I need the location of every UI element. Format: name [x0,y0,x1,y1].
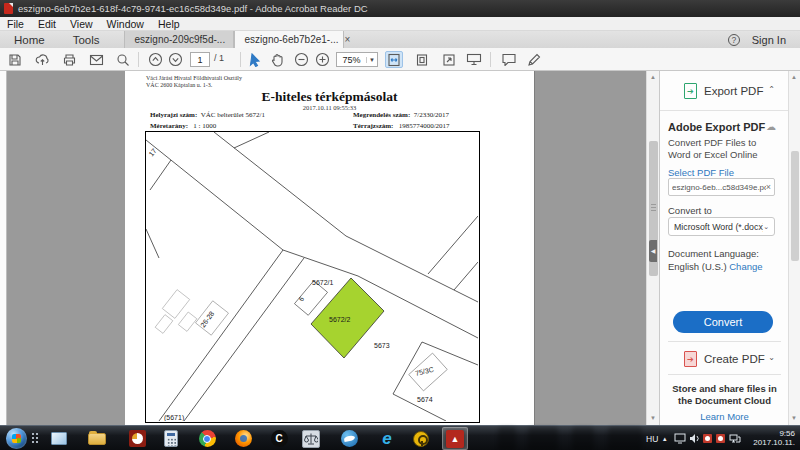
learn-more-link[interactable]: Learn More [668,411,781,422]
building-outline [155,315,173,334]
chevron-down-icon: ⌄ [763,223,769,231]
calculator-icon [164,430,178,447]
taskbar-key-app[interactable] [408,427,434,450]
tray-show-hidden-icon[interactable]: ▴ [663,426,667,450]
tray-network-icon[interactable] [729,426,741,450]
doc-tab-2-active[interactable]: eszigno-6eb7b2e1-... × [234,31,344,48]
tray-alert-icon-2[interactable] [716,426,725,450]
tab-home[interactable]: Home [0,31,59,48]
tab-tools[interactable]: Tools [59,31,114,48]
speech-bubble-icon [501,53,517,66]
start-button[interactable] [6,428,27,449]
parcel-label-5671: (5671) [164,414,184,421]
tray-display-icon[interactable] [674,426,686,450]
comment-button[interactable] [500,51,518,68]
email-button[interactable] [87,51,105,68]
field-meretarany: Méretarány: 1 : 1000 [150,122,216,130]
quick-launch-handle[interactable] [31,432,39,445]
read-mode-button[interactable] [465,51,483,68]
select-pdf-file-link[interactable]: Select PDF File [668,167,734,178]
branch-road-edge-west [159,250,283,421]
page-up-icon [148,52,163,67]
windows-logo-icon [12,434,21,443]
menubar: File Edit View Window Help [0,17,800,31]
scroll-down-icon[interactable]: ▼ [791,415,798,422]
print-button[interactable] [60,51,78,68]
fit-page-button[interactable] [413,51,431,68]
zoom-in-button[interactable] [313,51,331,68]
menu-window[interactable]: Window [100,18,151,30]
tab-close-icon[interactable]: × [345,34,351,45]
sign-in-button[interactable]: Sign In [752,34,786,46]
envelope-icon [89,54,104,66]
convert-button[interactable]: Convert [673,311,773,333]
menu-help[interactable]: Help [151,18,187,30]
save-button[interactable] [6,51,24,68]
taskbar-explorer[interactable] [84,427,110,450]
taskbar-desktop-app[interactable] [46,427,72,450]
export-pdf-header[interactable]: Export PDF ⌃ [660,71,789,111]
tray-clock[interactable]: 9:56 2017.10.11. [753,429,795,447]
search-button[interactable] [114,51,132,68]
fit-width-button[interactable] [385,51,403,68]
taskbar-thunderbird[interactable] [336,427,362,450]
share-cloud-button[interactable] [33,51,51,68]
left-panel-rail[interactable] [0,71,7,425]
zoom-level-select[interactable]: 75% ▼ [336,52,378,67]
actual-size-icon [442,53,456,67]
hand-tool-button[interactable] [268,51,286,68]
actual-size-button[interactable] [440,51,458,68]
zoom-out-button[interactable] [292,51,310,68]
sidebar-scrollbar[interactable]: ▲ ▼ [788,71,800,425]
doc-tab-1[interactable]: eszigno-209c9f5d-... [124,31,234,48]
sidebar-collapse-handle[interactable]: ◀ [649,240,657,262]
c-app-icon: C [271,430,288,447]
taskbar-ie[interactable]: e [374,427,400,450]
chevron-down-icon[interactable]: ⌄ [768,353,775,362]
parcel-label-5672-2: 5672/2 [329,316,351,323]
parcel-line [234,132,269,148]
tray-language-indicator[interactable]: HU [646,426,658,450]
screen: eszigno-6eb7b2e1-618f-4c79-9741-ec16c58d… [0,0,800,450]
taskbar-adobe-reader-active[interactable]: ▲ [442,427,468,450]
select-tool-button[interactable] [246,51,264,68]
page-down-icon [168,52,183,67]
next-page-button[interactable] [166,51,184,68]
scroll-down-icon[interactable]: ▼ [650,415,657,422]
taskbar-firefox[interactable] [230,427,256,450]
create-pdf-header[interactable]: Create PDF ⌄ [660,347,789,373]
create-pdf-label: Create PDF [704,353,765,365]
menu-file[interactable]: File [0,18,31,30]
fill-sign-button[interactable] [525,51,543,68]
scroll-up-icon[interactable]: ▲ [650,74,657,81]
help-icon[interactable]: ? [728,34,740,46]
building-outline [178,312,197,331]
previous-page-button[interactable] [146,51,164,68]
taskbar-chrome[interactable] [194,427,220,450]
taskbar-scales-app[interactable] [298,427,324,450]
office-name-line1: Váci Járási Hivatal Földhivatali Osztály [146,75,242,81]
document-area: Váci Járási Hivatal Földhivatali Osztály… [7,71,646,425]
field-megrendeles: Megrendelés szám: 7/2330/2017 [353,111,449,119]
menu-edit[interactable]: Edit [31,18,63,30]
helyrajzi-label: Helyrajzi szám: [150,111,197,119]
taskbar-c-app[interactable]: C [266,427,292,450]
parcel-line [150,160,171,190]
taskbar-calculator[interactable] [158,427,184,450]
tabbar: Home Tools eszigno-209c9f5d-... eszigno-… [0,31,800,48]
taskbar-red-app[interactable] [124,427,150,450]
menu-view[interactable]: View [63,18,100,30]
tray-alert-icon-1[interactable] [703,426,712,450]
clear-file-icon[interactable]: × [766,182,771,192]
tray-volume-icon[interactable] [689,426,700,450]
document-language-row: English (U.S.) Change [668,261,763,272]
page-number-input[interactable]: 1 [190,52,210,67]
scrollbar-thumb[interactable] [791,151,799,261]
scroll-up-icon[interactable]: ▲ [791,74,798,81]
format-select[interactable]: Microsoft Word (*.docx) ⌄ [668,217,775,236]
window-title: eszigno-6eb7b2e1-618f-4c79-9741-ec16c58d… [18,3,368,14]
office-address-line2: VÁC 2600 Káptalan u. 1-3. [146,82,212,88]
selected-file-field[interactable]: eszigno-6eb...c58d349e.pdf × [668,178,775,196]
chevron-up-icon[interactable]: ⌃ [768,85,775,94]
change-language-link[interactable]: Change [729,261,762,272]
